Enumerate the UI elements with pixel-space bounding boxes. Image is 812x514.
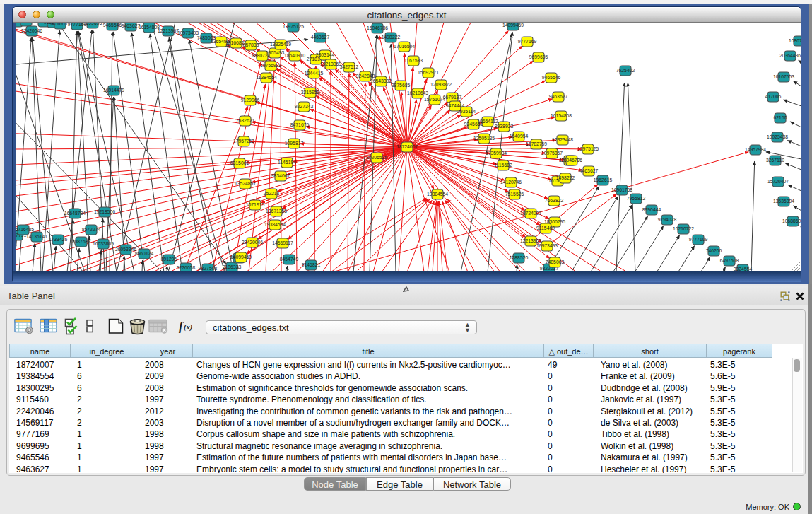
svg-text:1962615: 1962615 <box>594 177 613 182</box>
svg-text:9834067: 9834067 <box>271 173 290 178</box>
svg-text:746206: 746206 <box>706 248 722 253</box>
svg-text:16782759: 16782759 <box>526 141 547 146</box>
svg-text:9146821: 9146821 <box>302 262 321 267</box>
svg-text:18724007: 18724007 <box>520 211 541 216</box>
svg-text:16154808: 16154808 <box>551 113 572 118</box>
svg-text:8454749: 8454749 <box>280 257 299 262</box>
svg-text:2803144: 2803144 <box>316 52 335 57</box>
svg-text:1640954: 1640954 <box>510 134 529 139</box>
svg-text:19218506: 19218506 <box>94 209 115 214</box>
svg-text:3875685: 3875685 <box>392 83 411 88</box>
svg-text:9327508: 9327508 <box>199 266 218 271</box>
svg-text:13535394: 13535394 <box>773 199 794 204</box>
svg-text:7485063: 7485063 <box>546 259 565 264</box>
svg-text:14957984: 14957984 <box>745 147 766 152</box>
svg-text:16914479: 16914479 <box>103 88 124 93</box>
svg-text:7515526: 7515526 <box>505 192 524 197</box>
svg-text:12213967: 12213967 <box>520 238 541 243</box>
svg-text:22420046: 22420046 <box>21 28 42 33</box>
svg-text:14120746: 14120746 <box>500 180 522 185</box>
svg-text:8471676: 8471676 <box>290 122 310 127</box>
svg-text:18724007: 18724007 <box>396 144 418 149</box>
svg-text:4463627: 4463627 <box>579 168 599 173</box>
svg-text:3427512: 3427512 <box>340 64 359 69</box>
svg-text:6497508: 6497508 <box>720 258 739 263</box>
svg-text:9227343: 9227343 <box>295 104 314 109</box>
svg-text:1167533: 1167533 <box>404 58 423 63</box>
svg-text:16648784: 16648784 <box>64 211 86 216</box>
svg-text:9245652: 9245652 <box>464 122 483 127</box>
svg-text:10671355: 10671355 <box>266 209 287 214</box>
svg-text:15716485: 15716485 <box>16 227 34 232</box>
svg-text:9699695: 9699695 <box>83 23 102 25</box>
svg-text:9463627: 9463627 <box>122 23 141 28</box>
svg-text:9465546: 9465546 <box>542 75 561 80</box>
svg-text:17359934: 17359934 <box>486 151 507 156</box>
svg-text:16961758: 16961758 <box>611 187 632 192</box>
svg-text:12213369: 12213369 <box>320 62 341 66</box>
svg-text:20206535: 20206535 <box>366 155 387 160</box>
svg-text:16210722: 16210722 <box>673 226 694 231</box>
svg-text:891295: 891295 <box>161 257 177 262</box>
svg-text:10688609: 10688609 <box>782 218 801 223</box>
svg-text:62160: 62160 <box>774 115 787 120</box>
svg-text:12213967: 12213967 <box>158 28 179 33</box>
svg-text:15751074: 15751074 <box>424 97 445 102</box>
svg-text:19756928: 19756928 <box>260 63 281 68</box>
svg-text:2087682: 2087682 <box>72 239 91 244</box>
svg-text:1095817: 1095817 <box>285 141 304 146</box>
svg-text:14569117: 14569117 <box>272 240 293 245</box>
svg-text:19384554: 19384554 <box>264 222 286 227</box>
svg-text:3186323: 3186323 <box>223 264 242 269</box>
svg-text:6315061: 6315061 <box>230 160 249 165</box>
svg-text:10973493: 10973493 <box>177 30 199 35</box>
svg-text:18640910: 18640910 <box>284 53 305 58</box>
svg-text:857833: 857833 <box>243 42 259 47</box>
svg-text:14136141: 14136141 <box>26 234 47 239</box>
svg-text:9777169: 9777169 <box>518 39 537 44</box>
svg-text:19384554: 19384554 <box>427 192 448 197</box>
svg-text:1588520: 1588520 <box>510 255 529 260</box>
svg-text:1905493: 1905493 <box>266 50 285 55</box>
svg-text:12505135: 12505135 <box>473 136 495 141</box>
svg-text:12093872: 12093872 <box>430 82 452 87</box>
svg-text:26053346: 26053346 <box>115 247 136 252</box>
svg-text:7663822: 7663822 <box>545 198 564 203</box>
svg-text:10975857: 10975857 <box>541 151 563 156</box>
svg-text:7625402: 7625402 <box>616 68 635 73</box>
svg-text:3267110: 3267110 <box>766 158 784 163</box>
svg-text:9129966: 9129966 <box>241 98 260 103</box>
svg-text:13524851: 13524851 <box>235 181 256 186</box>
svg-text:13325419: 13325419 <box>270 42 291 47</box>
svg-text:9794028: 9794028 <box>658 217 677 222</box>
svg-text:1145194: 1145194 <box>278 160 296 165</box>
svg-text:7955812: 7955812 <box>627 196 646 201</box>
svg-text:17957253: 17957253 <box>233 139 254 144</box>
svg-text:11384554: 11384554 <box>256 75 277 80</box>
svg-text:20364436: 20364436 <box>779 53 801 58</box>
svg-text:9463627: 9463627 <box>549 94 568 99</box>
svg-text:(x): (x) <box>184 323 192 332</box>
svg-text:8660124: 8660124 <box>135 251 154 256</box>
svg-text:8572274: 8572274 <box>82 227 101 232</box>
svg-text:417006: 417006 <box>765 94 782 99</box>
svg-text:1498222: 1498222 <box>556 175 575 180</box>
svg-text:9699695: 9699695 <box>529 54 548 59</box>
svg-text:16033809: 16033809 <box>93 241 114 246</box>
svg-text:10025438: 10025438 <box>767 134 788 139</box>
svg-text:1498222: 1498222 <box>382 35 401 40</box>
svg-text:12323448: 12323448 <box>552 137 573 142</box>
svg-text:16046786: 16046786 <box>561 158 582 163</box>
svg-text:1244415: 1244415 <box>305 71 324 76</box>
svg-text:12975125: 12975125 <box>577 146 599 151</box>
svg-text:7632621: 7632621 <box>236 118 255 123</box>
svg-text:1071915: 1071915 <box>246 202 265 207</box>
svg-text:3824554: 3824554 <box>734 267 753 271</box>
svg-text:17016504: 17016504 <box>394 44 415 49</box>
svg-text:22420046: 22420046 <box>242 240 263 245</box>
svg-text:2935114: 2935114 <box>457 109 476 114</box>
svg-text:15720407: 15720407 <box>767 179 789 184</box>
svg-text:10973493: 10973493 <box>536 243 558 248</box>
svg-text:16543382: 16543382 <box>370 78 392 83</box>
svg-text:5226058: 5226058 <box>177 265 196 270</box>
